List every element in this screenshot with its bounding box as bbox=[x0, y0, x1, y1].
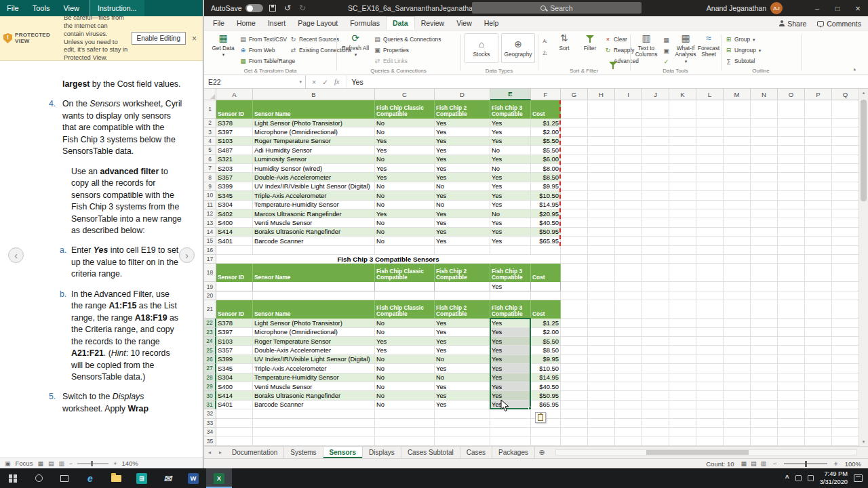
cell[interactable] bbox=[615, 409, 642, 418]
cell[interactable] bbox=[805, 164, 832, 173]
column-header-A[interactable]: A bbox=[216, 89, 253, 100]
cell[interactable] bbox=[696, 419, 724, 428]
row-header-17[interactable]: 17 bbox=[204, 255, 216, 264]
cell[interactable] bbox=[778, 328, 805, 337]
cell[interactable] bbox=[778, 355, 805, 364]
cell[interactable] bbox=[696, 319, 724, 327]
cell[interactable] bbox=[531, 291, 561, 300]
cell[interactable] bbox=[435, 428, 490, 436]
cell[interactable]: Fish Chip 2 Compatible bbox=[435, 264, 490, 282]
taskbar-clock[interactable]: 7:49 PM3/31/2020 bbox=[820, 470, 848, 485]
cell[interactable] bbox=[669, 364, 696, 373]
cell[interactable] bbox=[724, 391, 751, 400]
cell[interactable]: No bbox=[435, 373, 490, 382]
cell[interactable] bbox=[588, 328, 615, 337]
cell[interactable]: Yes bbox=[435, 137, 490, 146]
cell[interactable] bbox=[805, 291, 832, 300]
viewer-zoom-slider[interactable] bbox=[77, 463, 108, 464]
cell[interactable] bbox=[724, 382, 751, 391]
section-title[interactable]: Fish Chip 3 Compatible Sensors bbox=[216, 255, 561, 264]
cell[interactable] bbox=[751, 382, 778, 391]
cell[interactable] bbox=[615, 337, 642, 346]
cell[interactable] bbox=[615, 218, 642, 227]
sheet-tab-sensors[interactable]: Sensors bbox=[323, 447, 363, 458]
cell[interactable] bbox=[642, 300, 669, 319]
cell[interactable]: S321 bbox=[216, 155, 253, 164]
cell[interactable] bbox=[615, 373, 642, 382]
cell[interactable] bbox=[669, 155, 696, 164]
cell[interactable] bbox=[642, 346, 669, 354]
cell[interactable] bbox=[751, 164, 778, 173]
cell[interactable]: Yes bbox=[490, 328, 531, 337]
cell[interactable] bbox=[615, 127, 642, 136]
cell[interactable]: S345 bbox=[216, 191, 253, 200]
cell[interactable]: Yes bbox=[435, 191, 490, 200]
cell[interactable] bbox=[561, 201, 588, 209]
cell[interactable] bbox=[561, 291, 588, 300]
cell[interactable]: Sensor ID bbox=[216, 264, 253, 282]
cell[interactable]: Sensor Name bbox=[253, 264, 375, 282]
cell[interactable]: Venti Muscle Sensor bbox=[253, 382, 375, 391]
column-header-M[interactable]: M bbox=[724, 89, 751, 100]
cell[interactable]: Cost bbox=[531, 300, 561, 319]
column-header-O[interactable]: O bbox=[778, 89, 805, 100]
cell[interactable]: $5.50 bbox=[531, 337, 561, 346]
row-header-33[interactable]: 33 bbox=[204, 419, 216, 428]
cell[interactable] bbox=[696, 164, 724, 173]
cell[interactable]: Yes bbox=[435, 346, 490, 354]
cell[interactable] bbox=[832, 201, 859, 209]
cell[interactable] bbox=[615, 255, 642, 264]
cell[interactable] bbox=[669, 246, 696, 255]
ribbon-tab-home[interactable]: Home bbox=[231, 16, 262, 30]
column-header-I[interactable]: I bbox=[615, 89, 642, 100]
cell[interactable]: No bbox=[490, 209, 531, 218]
cell[interactable] bbox=[588, 364, 615, 373]
cell[interactable] bbox=[724, 355, 751, 364]
cell[interactable] bbox=[561, 337, 588, 346]
cell[interactable] bbox=[561, 264, 588, 282]
cell[interactable] bbox=[751, 328, 778, 337]
cell[interactable] bbox=[696, 391, 724, 400]
cell[interactable] bbox=[724, 264, 751, 282]
cell[interactable] bbox=[696, 182, 724, 191]
cell[interactable] bbox=[696, 100, 724, 119]
cell[interactable] bbox=[588, 155, 615, 164]
action-center-icon[interactable] bbox=[854, 474, 863, 482]
cell[interactable] bbox=[588, 100, 615, 119]
cell[interactable] bbox=[253, 246, 375, 255]
cell[interactable]: Yes bbox=[490, 201, 531, 209]
cell[interactable] bbox=[696, 119, 724, 127]
cell[interactable] bbox=[253, 282, 375, 291]
cell[interactable] bbox=[696, 328, 724, 337]
cell[interactable] bbox=[669, 201, 696, 209]
cell[interactable] bbox=[832, 300, 859, 319]
cell[interactable] bbox=[805, 282, 832, 291]
cell[interactable]: S397 bbox=[216, 328, 253, 337]
cell[interactable] bbox=[561, 364, 588, 373]
sort-button[interactable]: Sort bbox=[553, 33, 576, 52]
cell[interactable]: S487 bbox=[216, 146, 253, 155]
cell[interactable]: No bbox=[435, 182, 490, 191]
cell[interactable] bbox=[615, 300, 642, 319]
paste-options-button[interactable] bbox=[535, 412, 546, 423]
recent-sources-button[interactable]: Recent Sources bbox=[290, 34, 339, 44]
cell[interactable] bbox=[669, 164, 696, 173]
cell[interactable]: Yes bbox=[375, 164, 435, 173]
cell[interactable] bbox=[561, 191, 588, 200]
cell[interactable]: Fish Chip 2 Compatible bbox=[435, 100, 490, 119]
cell[interactable]: No bbox=[375, 201, 435, 209]
cell[interactable] bbox=[588, 282, 615, 291]
cell[interactable] bbox=[751, 155, 778, 164]
cell[interactable] bbox=[832, 182, 859, 191]
cell[interactable] bbox=[724, 201, 751, 209]
cell[interactable] bbox=[696, 346, 724, 354]
cell[interactable] bbox=[696, 201, 724, 209]
cell[interactable]: S357 bbox=[216, 173, 253, 182]
cell[interactable]: $40.50 bbox=[531, 382, 561, 391]
redo-button[interactable] bbox=[299, 0, 306, 16]
cell[interactable] bbox=[561, 436, 588, 445]
cell[interactable]: $8.50 bbox=[531, 346, 561, 354]
row-header-22[interactable]: 22 bbox=[204, 319, 216, 327]
cell[interactable] bbox=[588, 373, 615, 382]
cell[interactable] bbox=[588, 209, 615, 218]
